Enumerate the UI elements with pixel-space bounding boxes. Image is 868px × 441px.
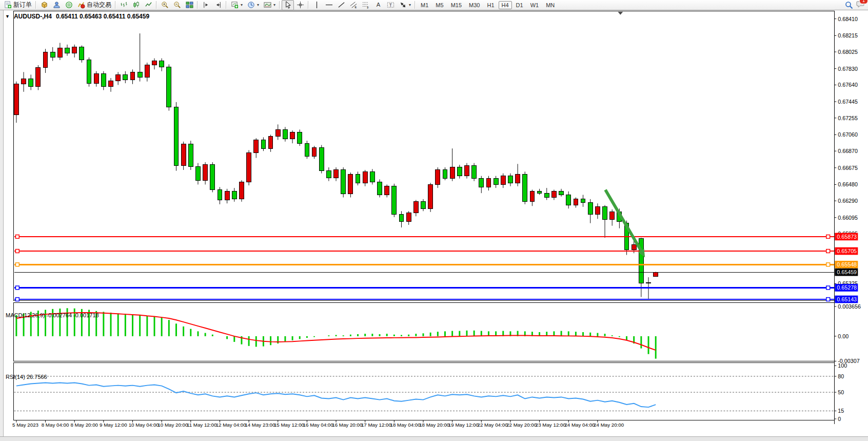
timeframe-W1[interactable]: W1	[527, 1, 542, 9]
data-window-icon	[52, 1, 61, 9]
zoom-in-icon	[161, 1, 169, 9]
dropdown-caret: ▾	[257, 3, 259, 7]
svg-text:24 May 04:00: 24 May 04:00	[564, 422, 595, 428]
chat-button[interactable]: 1	[856, 0, 865, 10]
svg-text:0.68025: 0.68025	[838, 49, 858, 55]
line-handle[interactable]	[15, 298, 19, 301]
auto-trading-label: 自动交易	[87, 1, 111, 9]
timeframe-H1[interactable]: H1	[484, 1, 497, 9]
dropdown-caret: ▾	[241, 3, 243, 7]
new-chart-button[interactable]: ▾	[228, 0, 245, 10]
chart-shift-button[interactable]	[200, 0, 212, 10]
timeframe-D1[interactable]: D1	[513, 1, 526, 9]
svg-text:0.003656: 0.003656	[838, 303, 861, 310]
cursor-button[interactable]	[282, 0, 294, 10]
toolbar-separator	[156, 1, 157, 9]
svg-text:0.67445: 0.67445	[838, 99, 858, 105]
line-chart-button[interactable]	[142, 0, 154, 10]
candlestick-button[interactable]	[130, 0, 142, 10]
auto-scroll-button[interactable]	[212, 0, 224, 10]
zoom-out-button[interactable]	[171, 0, 183, 10]
timeframe-H4[interactable]: H4	[499, 1, 512, 9]
timeframe-M5[interactable]: M5	[432, 1, 446, 9]
chart-canvas[interactable]: 0.684100.682150.680250.678300.676400.674…	[0, 10, 868, 441]
timeframe-MN[interactable]: MN	[543, 1, 558, 9]
bar-chart-button[interactable]	[117, 0, 130, 10]
svg-text:8 May 20:00: 8 May 20:00	[70, 422, 98, 428]
tile-windows-button[interactable]	[183, 0, 195, 10]
navigator-button[interactable]	[63, 0, 75, 10]
channel-button[interactable]: E	[347, 0, 360, 10]
toolbar-separator	[197, 1, 198, 9]
vertical-line-button[interactable]	[310, 0, 323, 10]
line-handle[interactable]	[826, 235, 830, 239]
text-label-button[interactable]: T	[384, 0, 397, 10]
macd-name: MACD(12,26,9)	[6, 312, 45, 318]
svg-text:0.66290: 0.66290	[838, 198, 858, 204]
svg-text:24 May 20:00: 24 May 20:00	[594, 422, 624, 428]
line-handle[interactable]	[826, 263, 830, 266]
chart-window: 0.684100.682150.680250.678300.676400.674…	[0, 10, 868, 441]
svg-text:0.67255: 0.67255	[838, 115, 858, 121]
zoom-in-button[interactable]	[159, 0, 171, 10]
one-click-trading-toggle[interactable]: ▼	[5, 14, 10, 19]
svg-text:10 May 04:00: 10 May 04:00	[129, 422, 160, 428]
new-order-button[interactable]: 新订单	[2, 0, 34, 10]
auto-scroll-icon	[214, 1, 222, 9]
crosshair-icon	[296, 1, 304, 9]
trendline-button[interactable]	[335, 0, 347, 10]
bar-chart-icon	[120, 1, 128, 9]
svg-text:9 May 12:00: 9 May 12:00	[100, 422, 127, 428]
text-icon: A	[374, 1, 382, 9]
data-window-button[interactable]	[50, 0, 63, 10]
toolbar: 新订单 自动交易	[0, 0, 868, 10]
macd-label: MACD(12,26,9) -0.002764 -0.001718	[6, 312, 99, 318]
arrows-button[interactable]: ▾	[397, 0, 413, 10]
crosshair-button[interactable]	[294, 0, 306, 10]
rsi-value: 26.7566	[27, 374, 47, 380]
periods-button[interactable]: ▾	[245, 0, 261, 10]
timeframe-M30[interactable]: M30	[466, 1, 483, 9]
timeframe-M1[interactable]: M1	[418, 1, 431, 9]
pane-frames	[14, 11, 835, 420]
market-watch-button[interactable]	[38, 0, 50, 10]
line-handle[interactable]	[826, 298, 830, 301]
svg-text:18 May 20:00: 18 May 20:00	[419, 422, 450, 428]
search-icon[interactable]	[845, 1, 853, 9]
line-handle[interactable]	[826, 286, 830, 290]
fibonacci-button[interactable]: F	[360, 0, 372, 10]
svg-text:8 May 04:00: 8 May 04:00	[42, 422, 69, 428]
svg-text:0.68410: 0.68410	[838, 16, 858, 22]
tile-windows-icon	[185, 1, 193, 9]
svg-text:11 May 12:00: 11 May 12:00	[187, 422, 217, 428]
cursor-icon	[284, 1, 292, 9]
text-button[interactable]: A	[372, 0, 384, 10]
indicators-button[interactable]: ▾	[261, 0, 278, 10]
svg-text:12 May 04:00: 12 May 04:00	[216, 422, 247, 428]
line-handle[interactable]	[826, 250, 830, 253]
symbol-period: AUDUSD-,H4	[14, 13, 52, 20]
svg-text:14 May 23:00: 14 May 23:00	[245, 422, 275, 428]
svg-text:0.65459: 0.65459	[837, 269, 857, 275]
macd-values: -0.002764 -0.001718	[46, 312, 98, 318]
line-handle[interactable]	[15, 286, 19, 290]
time-axis[interactable]: 5 May 20238 May 04:008 May 20:009 May 12…	[12, 420, 624, 428]
mt4-window: 新订单 自动交易	[0, 0, 868, 441]
svg-text:0.65143: 0.65143	[837, 296, 857, 302]
line-handle[interactable]	[15, 263, 19, 266]
line-handle[interactable]	[15, 235, 19, 239]
auto-trading-icon	[77, 1, 85, 9]
svg-text:16 May 04:00: 16 May 04:00	[303, 422, 334, 428]
toolbar-separator	[35, 1, 36, 9]
new-order-label: 新订单	[13, 1, 32, 9]
svg-text:0.68215: 0.68215	[838, 32, 858, 39]
svg-text:0: 0	[838, 416, 841, 422]
horizontal-line-button[interactable]	[323, 0, 335, 10]
line-handle[interactable]	[15, 250, 19, 253]
chart-shift-icon	[202, 1, 210, 9]
rsi-label: RSI(14) 26.7566	[6, 374, 47, 380]
timeframe-M15[interactable]: M15	[448, 1, 465, 9]
auto-trading-button[interactable]: 自动交易	[75, 0, 113, 10]
candlestick-icon	[132, 1, 140, 9]
svg-text:22 May 20:00: 22 May 20:00	[506, 422, 537, 428]
